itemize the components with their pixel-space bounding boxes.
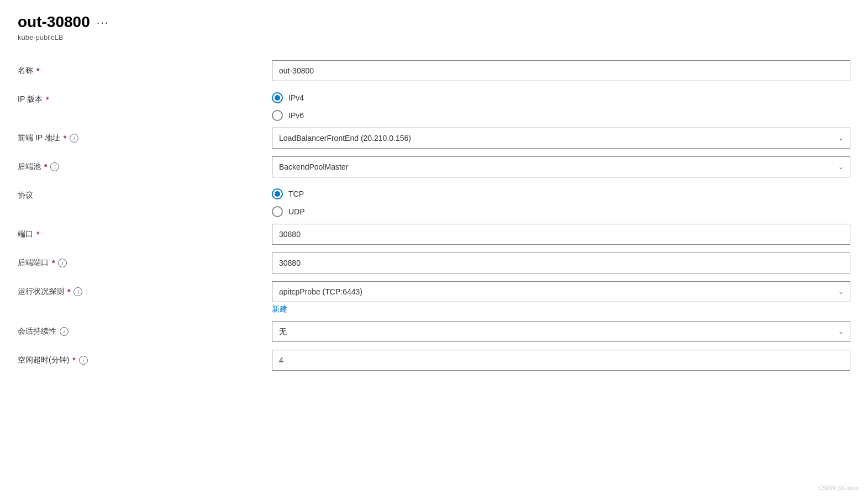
radio-ipv6-circle (272, 110, 283, 121)
radio-ipv4[interactable]: IPv4 (272, 92, 850, 103)
label-idle-timeout: 空闲超时(分钟) * i (18, 350, 272, 365)
idle-timeout-input[interactable] (272, 350, 850, 371)
control-backend-port (272, 252, 850, 273)
row-name: 名称 * (18, 57, 850, 86)
info-icon-frontend-ip[interactable]: i (70, 134, 78, 143)
radio-ipv6[interactable]: IPv6 (272, 110, 850, 121)
session-persistence-select-wrapper: 无 ⌄ (272, 321, 850, 342)
radio-tcp-label: TCP (288, 190, 304, 198)
frontend-ip-select-wrapper: LoadBalancerFrontEnd (20.210.0.156) ⌄ (272, 128, 850, 149)
session-persistence-select[interactable]: 无 (272, 321, 850, 342)
radio-tcp-circle (272, 188, 283, 199)
row-backend-port: 后端端口 * i (18, 249, 850, 278)
control-ip-version: IPv4 IPv6 (272, 89, 850, 121)
health-probe-select-wrapper: apitcpProbe (TCP:6443) ⌄ (272, 281, 850, 302)
backend-pool-select-wrapper: BackendPoolMaster ⌄ (272, 156, 850, 177)
row-session-persistence: 会话持续性 i 无 ⌄ (18, 318, 850, 346)
name-input[interactable] (272, 60, 850, 81)
frontend-ip-select[interactable]: LoadBalancerFrontEnd (20.210.0.156) (272, 128, 850, 149)
info-icon-idle-timeout[interactable]: i (79, 356, 88, 365)
form-container: 名称 * IP 版本 * IPv4 IPv6 (18, 57, 850, 375)
radio-ipv4-circle (272, 92, 283, 103)
backend-port-input[interactable] (272, 252, 850, 273)
info-icon-session-persistence[interactable]: i (60, 327, 69, 336)
page-title: out-30800 ··· (18, 13, 850, 31)
create-new-link[interactable]: 新建 (272, 304, 287, 314)
radio-udp[interactable]: UDP (272, 206, 850, 217)
row-ip-version: IP 版本 * IPv4 IPv6 (18, 86, 850, 124)
label-health-probe: 运行状况探测 * i (18, 281, 272, 297)
label-port: 端口 * (18, 224, 272, 239)
info-icon-health-probe[interactable]: i (73, 287, 82, 296)
health-probe-select[interactable]: apitcpProbe (TCP:6443) (272, 281, 850, 302)
radio-ipv6-label: IPv6 (288, 111, 304, 120)
row-port: 端口 * (18, 220, 850, 249)
info-icon-backend-pool[interactable]: i (50, 162, 59, 171)
label-backend-pool: 后端池 * i (18, 156, 272, 172)
label-ip-version: IP 版本 * (18, 89, 272, 104)
radio-udp-label: UDP (288, 207, 305, 216)
label-session-persistence: 会话持续性 i (18, 321, 272, 336)
control-protocol: TCP UDP (272, 185, 850, 217)
ip-version-radio-group: IPv4 IPv6 (272, 89, 850, 121)
row-backend-pool: 后端池 * i BackendPoolMaster ⌄ (18, 153, 850, 182)
label-protocol: 协议 (18, 185, 272, 201)
info-icon-backend-port[interactable]: i (58, 259, 67, 267)
radio-udp-circle (272, 206, 283, 217)
label-name: 名称 * (18, 60, 272, 76)
protocol-radio-group: TCP UDP (272, 185, 850, 217)
row-health-probe: 运行状况探测 * i apitcpProbe (TCP:6443) ⌄ 新建 (18, 278, 850, 318)
control-health-probe: apitcpProbe (TCP:6443) ⌄ 新建 (272, 281, 850, 314)
control-frontend-ip: LoadBalancerFrontEnd (20.210.0.156) ⌄ (272, 128, 850, 149)
control-port (272, 224, 850, 245)
control-backend-pool: BackendPoolMaster ⌄ (272, 156, 850, 177)
backend-pool-select[interactable]: BackendPoolMaster (272, 156, 850, 177)
control-name (272, 60, 850, 81)
label-frontend-ip: 前端 IP 地址 * i (18, 128, 272, 143)
control-session-persistence: 无 ⌄ (272, 321, 850, 342)
row-idle-timeout: 空闲超时(分钟) * i (18, 346, 850, 375)
radio-tcp[interactable]: TCP (272, 188, 850, 199)
row-frontend-ip: 前端 IP 地址 * i LoadBalancerFrontEnd (20.21… (18, 124, 850, 153)
label-backend-port: 后端端口 * i (18, 252, 272, 268)
row-protocol: 协议 TCP UDP (18, 182, 850, 220)
port-input[interactable] (272, 224, 850, 245)
control-idle-timeout (272, 350, 850, 371)
page-subtitle: kube-publicLB (18, 33, 850, 41)
radio-ipv4-label: IPv4 (288, 93, 304, 102)
